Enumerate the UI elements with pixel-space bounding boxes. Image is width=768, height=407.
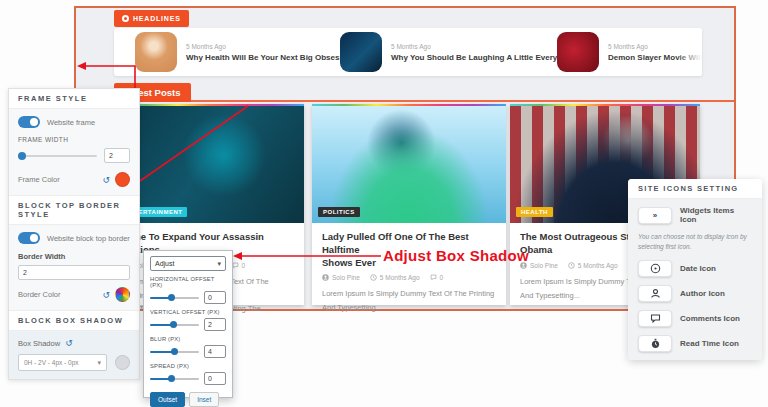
website-frame-toggle[interactable] xyxy=(18,116,40,128)
frame-style-section-title: FRAME STYLE xyxy=(9,89,139,109)
headline-title[interactable]: Why You Should Be Laughing A Little Ever… xyxy=(391,53,574,62)
read-time-icon-button[interactable] xyxy=(638,335,672,352)
read-time-icon xyxy=(650,338,661,349)
box-shadow-section: Box Shadow ↺ 0H - 2V - 4px - 0px ▾ xyxy=(9,331,139,379)
author-icon-row: Author Icon xyxy=(638,285,752,302)
headline-item[interactable]: 5 Months Ago Why Health Will Be Your Nex… xyxy=(135,32,356,72)
date-icon-button[interactable] xyxy=(638,260,672,277)
date-icon-label: Date Icon xyxy=(680,264,716,273)
author-icon xyxy=(322,274,329,281)
block-top-border-toggle[interactable] xyxy=(18,232,40,244)
site-icons-panel: SITE ICONS SETTING » Widgets Items Icon … xyxy=(628,179,762,360)
comments-icon-label: Comments Icon xyxy=(680,314,740,323)
author-icon-button[interactable] xyxy=(638,285,672,302)
post-meta: Solo Pine 5 Months Ago 0 xyxy=(322,274,496,281)
post-age: 5 Months Ago xyxy=(380,274,420,281)
widgets-items-icon-button[interactable]: » xyxy=(638,207,672,224)
headline-age: 5 Months Ago xyxy=(391,43,574,50)
headline-thumbnail[interactable] xyxy=(557,32,599,72)
border-width-label: Border Width xyxy=(18,252,130,261)
widgets-items-icon-label: Widgets Items Icon xyxy=(680,206,752,224)
latest-posts-underline xyxy=(114,100,734,102)
headline-thumbnail[interactable] xyxy=(340,32,382,72)
frame-width-input[interactable]: 2 xyxy=(104,148,130,163)
top-border-section: Website block top border Border Width 2 … xyxy=(9,225,139,311)
annotation-adjust-box-shadow-label: Adjust Box Shadow xyxy=(383,247,529,264)
widgets-items-icon-row: » Widgets Items Icon xyxy=(638,206,752,224)
post-author[interactable]: Solo Pine xyxy=(530,262,558,269)
box-shadow-section-title: BLOCK BOX SHADOW xyxy=(9,311,139,331)
screenshot-canvas: HEADLINES 5 Months Ago Why Health Will B… xyxy=(0,0,768,407)
horizontal-offset-slider[interactable] xyxy=(150,297,199,299)
horizontal-offset-label: HORIZONTAL OFFSET (PX) xyxy=(150,276,226,288)
post-age: 5 Months Ago xyxy=(578,262,618,269)
vertical-offset-slider[interactable] xyxy=(150,324,199,326)
frame-color-swatch[interactable] xyxy=(115,172,130,187)
reset-icon[interactable]: ↺ xyxy=(102,175,110,185)
frame-color-label: Frame Color xyxy=(18,175,102,184)
blur-input[interactable]: 4 xyxy=(204,345,226,358)
post-comments-count[interactable]: 0 xyxy=(440,274,444,281)
blur-label: BLUR (PX) xyxy=(150,336,226,342)
read-time-icon-row: Read Time Icon xyxy=(638,335,752,352)
box-shadow-color-swatch[interactable] xyxy=(115,355,130,370)
spread-input[interactable]: 0 xyxy=(204,372,226,385)
read-time-icon-label: Read Time Icon xyxy=(680,339,739,348)
double-chevron-right-icon: » xyxy=(653,211,657,220)
spread-label: SPREAD (PX) xyxy=(150,363,226,369)
block-top-border-toggle-label: Website block top border xyxy=(47,234,130,243)
headlines-badge: HEADLINES xyxy=(114,10,189,27)
reset-icon[interactable]: ↺ xyxy=(102,290,110,300)
clock-icon xyxy=(370,274,377,281)
post-card[interactable]: POLITICS Lady Pulled Off One Of The Best… xyxy=(312,104,506,305)
top-border-section-title: BLOCK TOP BORDER STYLE xyxy=(9,196,139,225)
headline-item[interactable]: 5 Months Ago Why You Should Be Laughing … xyxy=(340,32,574,72)
post-author[interactable]: Solo Pine xyxy=(332,274,360,281)
frame-style-section: Website frame FRAME WIDTH 2 Frame Color … xyxy=(9,109,139,196)
site-icons-note: You can choose not to display icon by se… xyxy=(638,232,752,252)
comments-icon-row: Comments Icon xyxy=(638,310,752,327)
date-icon xyxy=(650,263,661,274)
post-image[interactable]: ENTERTAINMENT xyxy=(114,106,304,223)
headline-title[interactable]: Why Health Will Be Your Next Big Obsessi… xyxy=(186,53,356,62)
headline-fade-overlay xyxy=(676,28,702,76)
date-icon-row: Date Icon xyxy=(638,260,752,277)
border-width-input[interactable]: 2 xyxy=(18,265,130,280)
comments-icon xyxy=(430,274,437,281)
frame-width-label: FRAME WIDTH xyxy=(18,136,130,143)
author-icon-label: Author Icon xyxy=(680,289,725,298)
vertical-offset-input[interactable]: 2 xyxy=(204,318,226,331)
comments-icon-button[interactable] xyxy=(638,310,672,327)
spread-slider[interactable] xyxy=(150,378,199,380)
website-frame-toggle-label: Website frame xyxy=(47,118,95,127)
border-color-swatch[interactable] xyxy=(115,287,130,302)
headlines-bullet-icon xyxy=(122,15,129,22)
site-icons-title: SITE ICONS SETTING xyxy=(628,179,762,199)
chevron-down-icon: ▾ xyxy=(217,260,221,268)
blur-slider[interactable] xyxy=(150,351,199,353)
box-shadow-adjust-popup: Adjust ▾ HORIZONTAL OFFSET (PX) 0 VERTIC… xyxy=(143,250,233,398)
post-comments-count[interactable]: 0 xyxy=(242,262,246,269)
reset-icon[interactable]: ↺ xyxy=(65,338,73,348)
box-shadow-label: Box Shadow xyxy=(18,339,60,348)
author-icon xyxy=(650,288,661,299)
headline-thumbnail[interactable] xyxy=(135,32,177,72)
vertical-offset-label: VERTICAL OFFSET (PX) xyxy=(150,309,226,315)
post-image[interactable]: POLITICS xyxy=(312,106,506,223)
headlines-badge-label: HEADLINES xyxy=(133,15,181,22)
frame-width-slider[interactable] xyxy=(18,155,97,157)
chevron-down-icon: ▾ xyxy=(97,359,101,367)
customizer-sidebar: FRAME STYLE Website frame FRAME WIDTH 2 … xyxy=(8,88,140,380)
category-badge[interactable]: HEALTH xyxy=(516,207,553,217)
headline-age: 5 Months Ago xyxy=(186,43,356,50)
post-excerpt: Lorem Ipsum Is Simply Dummy Text Of The … xyxy=(322,287,496,315)
inset-button[interactable]: Inset xyxy=(189,392,219,407)
box-shadow-preset-select[interactable]: 0H - 2V - 4px - 0px ▾ xyxy=(18,354,107,371)
border-color-label: Border Color xyxy=(18,290,102,299)
adjust-select[interactable]: Adjust ▾ xyxy=(150,256,226,271)
category-badge[interactable]: POLITICS xyxy=(318,207,360,217)
horizontal-offset-input[interactable]: 0 xyxy=(204,291,226,304)
outset-button[interactable]: Outset xyxy=(150,392,185,407)
headlines-card: 5 Months Ago Why Health Will Be Your Nex… xyxy=(114,28,702,76)
comments-icon xyxy=(650,313,661,324)
